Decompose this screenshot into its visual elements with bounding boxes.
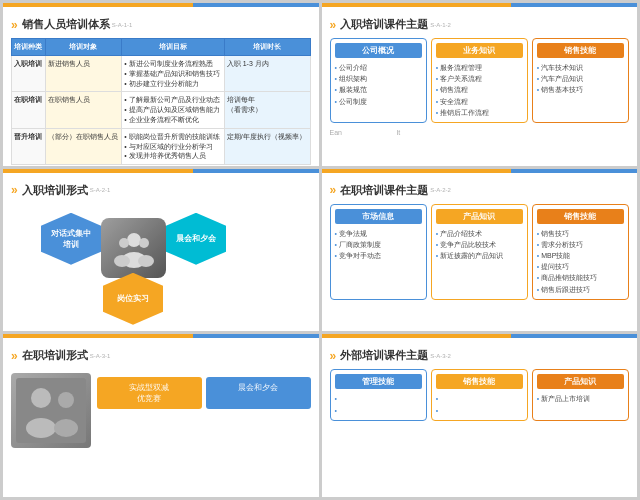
card-ext-sales: 销售技能 (431, 369, 528, 420)
arrow-icon-4: » (330, 183, 337, 197)
card-business: 业务知识 服务流程管理 客户关系流程 销售流程 安全流程 推销后工作流程 (431, 38, 528, 123)
training-table: 培训种类 培训对象 培训目标 培训时长 入职培训 新进销售人员 • 新进公司制度… (11, 38, 311, 165)
panel-external-topics: » 外部培训课件主题 S-A-3-2 管理技能 销售技能 产品知识 (322, 334, 638, 497)
card-company-header: 公司概况 (335, 43, 422, 58)
card-sales-list: 汽车技术知识 汽车产品知识 销售基本技巧 (537, 62, 624, 96)
hex-morning: 晨会和夕会 (166, 213, 226, 265)
list-item: 销售技巧 (537, 228, 624, 239)
list-item: 推销后工作流程 (436, 107, 523, 118)
th-target: 培训对象 (45, 39, 122, 56)
list-item: 新产品上市培训 (537, 393, 624, 404)
card-product: 产品知识 产品介绍技术 竞争产品比较技术 新近披露的产品知识 (431, 204, 528, 300)
people-icon (114, 228, 154, 268)
card-sales: 销售技能 汽车技术知识 汽车产品知识 销售基本技巧 (532, 38, 629, 123)
panel3-tag: S-A-2-1 (90, 187, 111, 193)
team-image-icon (16, 378, 86, 443)
svg-point-10 (54, 419, 78, 437)
svg-point-2 (139, 238, 149, 248)
panel-top-bar-4 (322, 169, 638, 173)
btn-meeting: 晨会和夕会 (206, 377, 311, 409)
svg-point-5 (138, 255, 154, 267)
card-ext-product-list: 新产品上市培训 (537, 393, 624, 404)
panel4-card-row: 市场信息 竞争法规 厂商政策制度 竞争对手动态 产品知识 产品介绍技术 竞争产品… (330, 204, 630, 300)
panel4-tag: S-A-2-2 (430, 187, 451, 193)
panel-top-bar-2 (322, 3, 638, 7)
cell-target-1: 新进销售人员 (45, 56, 122, 92)
panel5-title-row: » 在职培训形式 S-A-3-1 (11, 348, 311, 363)
panel-top-bar-3 (3, 169, 319, 173)
list-item: 竞争法规 (335, 228, 422, 239)
card-product-header: 产品知识 (436, 209, 523, 224)
cell-target-3: （部分）在职销售人员 (45, 128, 122, 164)
panel3-title: 入职培训形式 (22, 183, 88, 198)
list-item: 新近披露的产品知识 (436, 250, 523, 261)
arrow-icon-3: » (11, 183, 18, 197)
panel1-title-row: » 销售人员培训体系 S-A-1-1 (11, 17, 311, 32)
list-item: 厂商政策制度 (335, 239, 422, 250)
cell-target-2: 在职销售人员 (45, 92, 122, 128)
list-item: 安全流程 (436, 96, 523, 107)
panel-top-bar-5 (3, 334, 319, 338)
cell-type-3: 晋升培训 (12, 128, 46, 164)
card-salesskill-list: 销售技巧 需求分析技巧 MBP技能 提问技巧 商品推销技能技巧 销售后跟进技巧 (537, 228, 624, 295)
panel5-content: 实战型双减优竞赛 晨会和夕会 (11, 369, 311, 448)
panel5-tag: S-A-3-1 (90, 353, 111, 359)
list-item: 汽车技术知识 (537, 62, 624, 73)
panel-inservice-form: » 在职培训形式 S-A-3-1 实战型双减优竞赛 晨会和夕会 (3, 334, 319, 497)
arrow-icon-1: » (11, 18, 18, 32)
arrow-icon-5: » (11, 349, 18, 363)
center-image (101, 218, 166, 278)
panel6-title: 外部培训课件主题 (340, 348, 428, 363)
cell-type-1: 入职培训 (12, 56, 46, 92)
list-item: 销售基本技巧 (537, 84, 624, 95)
list-item: 服装规范 (335, 84, 422, 95)
panel6-tag: S-A-3-2 (430, 353, 451, 359)
list-item: 竞争对手动态 (335, 250, 422, 261)
list-item: 需求分析技巧 (537, 239, 624, 250)
btn-competition: 实战型双减优竞赛 (97, 377, 202, 409)
panel-onboard-topics: » 入职培训课件主题 S-A-1-2 公司概况 公司介绍 组织架构 服装规范 公… (322, 3, 638, 166)
card-salesskill: 销售技能 销售技巧 需求分析技巧 MBP技能 提问技巧 商品推销技能技巧 销售后… (532, 204, 629, 300)
list-item: 组织架构 (335, 73, 422, 84)
hex-dialog: 对话式集中培训 (41, 213, 101, 265)
card-mgmt: 管理技能 (330, 369, 427, 420)
card-business-list: 服务流程管理 客户关系流程 销售流程 安全流程 推销后工作流程 (436, 62, 523, 118)
card-market: 市场信息 竞争法规 厂商政策制度 竞争对手动态 (330, 204, 427, 300)
panel-top-bar-6 (322, 334, 638, 338)
svg-point-8 (26, 418, 56, 438)
panel3-title-row: » 入职培训形式 S-A-2-1 (11, 183, 311, 198)
card-market-header: 市场信息 (335, 209, 422, 224)
list-item: 公司介绍 (335, 62, 422, 73)
list-item: MBP技能 (537, 250, 624, 261)
cell-dur-1: 入职 1-3 月内 (224, 56, 310, 92)
panel-onboard-form: » 入职培训形式 S-A-2-1 对话式集中培训 (3, 169, 319, 332)
cell-goal-3: • 职能岗位晋升所需的技能训练• 与对应区域的行业分析学习• 发现并培养优秀销售… (122, 128, 225, 164)
panel1-tag: S-A-1-1 (112, 22, 133, 28)
list-item: 销售后跟进技巧 (537, 284, 624, 295)
panel5-right: 实战型双减优竞赛 晨会和夕会 (97, 369, 311, 409)
list-item: 商品推销技能技巧 (537, 272, 624, 283)
list-item: 服务流程管理 (436, 62, 523, 73)
panel-inservice-topics: » 在职培训课件主题 S-A-2-2 市场信息 竞争法规 厂商政策制度 竞争对手… (322, 169, 638, 332)
th-duration: 培训时长 (224, 39, 310, 56)
card-company-list: 公司介绍 组织架构 服装规范 公司制度 (335, 62, 422, 107)
cell-goal-1: • 新进公司制度业务流程熟悉• 掌握基础产品知识和销售技巧• 初步建立行业分析能… (122, 56, 225, 92)
card-company: 公司概况 公司介绍 组织架构 服装规范 公司制度 (330, 38, 427, 123)
card-mgmt-list (335, 393, 422, 415)
arrow-icon-2: » (330, 18, 337, 32)
hex-dialog-label: 对话式集中培训 (47, 224, 95, 254)
panel2-card-row: 公司概况 公司介绍 组织架构 服装规范 公司制度 业务知识 服务流程管理 客户关… (330, 38, 630, 123)
card-product-list: 产品介绍技术 竞争产品比较技术 新近披露的产品知识 (436, 228, 523, 262)
cell-type-2: 在职培训 (12, 92, 46, 128)
page-grid: » 销售人员培训体系 S-A-1-1 培训种类 培训对象 培训目标 培训时长 入… (0, 0, 640, 500)
list-item: 公司制度 (335, 96, 422, 107)
list-item: 产品介绍技术 (436, 228, 523, 239)
card-ext-product-header: 产品知识 (537, 374, 624, 389)
svg-point-4 (114, 255, 130, 267)
arrow-icon-6: » (330, 349, 337, 363)
cell-dur-3: 定期/年度执行（视频率） (224, 128, 310, 164)
card-ext-sales-header: 销售技能 (436, 374, 523, 389)
card-ext-sales-list (436, 393, 523, 415)
panel1-title: 销售人员培训体系 (22, 17, 110, 32)
list-item (436, 393, 523, 404)
